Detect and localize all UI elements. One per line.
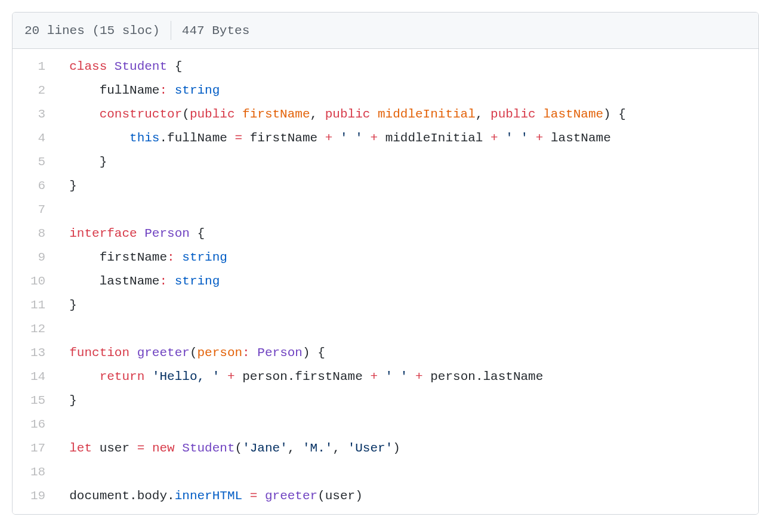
code-line: } <box>57 174 758 198</box>
code-line <box>57 460 758 484</box>
code-viewer: 20 lines (15 sloc) 447 Bytes 12345678910… <box>12 12 759 515</box>
line-number[interactable]: 1 <box>13 55 57 79</box>
code-area: 12345678910111213141516171819 class Stud… <box>13 49 758 514</box>
line-number[interactable]: 3 <box>13 103 57 126</box>
line-number[interactable]: 16 <box>13 413 57 437</box>
code-line: class Student { <box>57 55 758 79</box>
line-number[interactable]: 15 <box>13 389 57 413</box>
code-line: let user = new Student('Jane', 'M.', 'Us… <box>57 437 758 460</box>
code-content[interactable]: class Student { fullName: string constru… <box>57 49 758 514</box>
code-line: lastName: string <box>57 270 758 293</box>
line-number[interactable]: 18 <box>13 460 57 484</box>
line-number-gutter: 12345678910111213141516171819 <box>13 49 57 514</box>
line-number[interactable]: 9 <box>13 246 57 270</box>
code-line: } <box>57 389 758 413</box>
code-line: constructor(public firstName, public mid… <box>57 103 758 126</box>
line-number[interactable]: 5 <box>13 150 57 174</box>
line-number[interactable]: 7 <box>13 198 57 222</box>
code-line: } <box>57 150 758 174</box>
line-number[interactable]: 12 <box>13 317 57 341</box>
line-number[interactable]: 14 <box>13 365 57 389</box>
code-line: document.body.innerHTML = greeter(user) <box>57 484 758 508</box>
header-divider <box>171 21 171 40</box>
line-number[interactable]: 17 <box>13 437 57 460</box>
file-header: 20 lines (15 sloc) 447 Bytes <box>13 13 758 49</box>
code-line: } <box>57 293 758 317</box>
line-number[interactable]: 4 <box>13 126 57 150</box>
code-line: function greeter(person: Person) { <box>57 341 758 365</box>
line-number[interactable]: 10 <box>13 270 57 293</box>
file-lines: 20 lines (15 sloc) <box>24 24 160 38</box>
line-number[interactable]: 19 <box>13 484 57 508</box>
code-line: fullName: string <box>57 79 758 103</box>
code-line: firstName: string <box>57 246 758 270</box>
line-number[interactable]: 6 <box>13 174 57 198</box>
code-line: this.fullName = firstName + ' ' + middle… <box>57 126 758 150</box>
line-number[interactable]: 8 <box>13 222 57 246</box>
code-line <box>57 198 758 222</box>
line-number[interactable]: 2 <box>13 79 57 103</box>
code-line <box>57 317 758 341</box>
code-line <box>57 413 758 437</box>
line-number[interactable]: 13 <box>13 341 57 365</box>
file-bytes: 447 Bytes <box>182 24 249 38</box>
code-line: interface Person { <box>57 222 758 246</box>
line-number[interactable]: 11 <box>13 293 57 317</box>
code-line: return 'Hello, ' + person.firstName + ' … <box>57 365 758 389</box>
